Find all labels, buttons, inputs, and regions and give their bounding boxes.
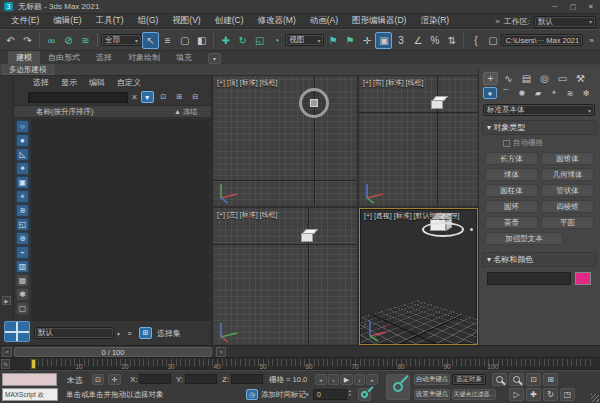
- rectangular-selection-button[interactable]: ▢: [176, 32, 193, 49]
- menu-rendering[interactable]: 渲染(R): [413, 15, 456, 27]
- fov-icon[interactable]: ▷: [509, 388, 524, 401]
- search-input[interactable]: [28, 92, 128, 103]
- mini-curve-editor-button[interactable]: ∿: [1, 359, 10, 369]
- filter-cameras-icon[interactable]: ▣: [16, 176, 29, 189]
- key-mode-toggle-icon[interactable]: [358, 388, 371, 401]
- selected-filter-dropdown[interactable]: 选定对象▾: [452, 374, 486, 385]
- window-resize-grip[interactable]: [591, 394, 599, 402]
- maximize-viewport-icon[interactable]: ◳: [560, 388, 575, 401]
- minimize-button[interactable]: ─: [546, 0, 564, 13]
- filter-all-icon[interactable]: ○: [16, 120, 29, 133]
- track-bar[interactable]: ∿ 102030405060708090100: [0, 357, 600, 370]
- menu-views[interactable]: 视图(V): [165, 15, 207, 27]
- edit-named-sets-button[interactable]: ≡: [123, 327, 136, 339]
- menu-tools[interactable]: 工具(T): [89, 15, 131, 27]
- category-spacewarps[interactable]: ≋: [563, 87, 577, 99]
- named-sets-grid-button[interactable]: ⊞: [139, 327, 152, 339]
- time-slider-handle[interactable]: 0 / 100: [14, 347, 212, 357]
- frozen-column-header[interactable]: ▲ 冻结: [174, 106, 197, 118]
- percent-snap-button[interactable]: %: [426, 32, 443, 49]
- filter-funnel-button[interactable]: ▼: [141, 91, 154, 103]
- tab-hierarchy[interactable]: ▤: [519, 72, 534, 85]
- next-frame-play-button[interactable]: ›: [354, 374, 365, 385]
- object-type-button[interactable]: 圆柱体: [485, 184, 538, 197]
- object-type-button[interactable]: 球体: [485, 168, 538, 181]
- menu-create[interactable]: 创建(C): [208, 15, 251, 27]
- viewport-front[interactable]: [+] [前] [标准] [线框]: [359, 76, 478, 206]
- use-selection-center-button[interactable]: ⚑: [341, 32, 358, 49]
- filter-materials-icon[interactable]: ▦: [16, 274, 29, 287]
- rollout-object-type[interactable]: ▾ 对象类型: [482, 120, 597, 135]
- go-to-end-button[interactable]: »: [366, 374, 378, 385]
- select-and-place-button[interactable]: ◔: [268, 32, 285, 49]
- angle-snap-button[interactable]: ∠: [409, 32, 426, 49]
- tab-modify[interactable]: ∿: [501, 72, 516, 85]
- orbit-icon[interactable]: ↻: [543, 388, 558, 401]
- explorer-menu-display[interactable]: 显示: [56, 77, 82, 88]
- add-time-tag-label[interactable]: 添加时间标记: [261, 390, 306, 400]
- viewport-left-label[interactable]: [+] [左] [标准] [线框]: [217, 210, 277, 220]
- tab-motion[interactable]: ◎: [537, 72, 552, 85]
- category-systems[interactable]: ✻: [579, 87, 593, 99]
- select-and-manipulate-button[interactable]: ✛: [358, 32, 375, 49]
- rollout-name-color[interactable]: ▾ 名称和颜色: [482, 252, 597, 267]
- maxscript-listener-line[interactable]: MAXScript 欢: [2, 388, 58, 401]
- ribbon-tab-freeform[interactable]: 自由形式: [40, 51, 88, 64]
- zoom-extents-all-icon[interactable]: ⊞: [543, 373, 558, 386]
- time-tag-icon[interactable]: ◷: [246, 389, 258, 400]
- category-helpers[interactable]: ⌖: [547, 87, 561, 99]
- maximize-button[interactable]: ▢: [564, 0, 582, 13]
- viewport-front-label[interactable]: [+] [前] [标准] [线框]: [363, 78, 423, 88]
- filter-helpers-icon[interactable]: ⌖: [16, 190, 29, 203]
- zoom-extents-icon[interactable]: ⊡: [526, 373, 541, 386]
- manipulator-handle-dot[interactable]: [470, 228, 473, 231]
- previous-frame-button[interactable]: <: [2, 347, 12, 357]
- object-type-button[interactable]: 加强型文本: [485, 232, 563, 245]
- menu-group[interactable]: 组(G): [131, 15, 166, 27]
- toolbar-overflow-icon[interactable]: »: [583, 32, 600, 49]
- ribbon-tab-modeling[interactable]: 建模: [8, 51, 40, 64]
- sync-selection-button[interactable]: ⊟: [189, 91, 202, 103]
- absolute-offset-toggle-icon[interactable]: ✛: [108, 374, 121, 385]
- tab-display[interactable]: ▭: [555, 72, 570, 85]
- selection-lock-icon[interactable]: ⊡: [92, 374, 104, 385]
- spinner-snap-button[interactable]: ⇅: [443, 32, 460, 49]
- category-geometry[interactable]: ●: [483, 87, 497, 99]
- explorer-menu-customize[interactable]: 自定义: [112, 77, 146, 88]
- explorer-menu-edit[interactable]: 编辑: [84, 77, 110, 88]
- select-by-name-button[interactable]: ≡: [159, 32, 176, 49]
- set-key-button[interactable]: 设置关键点: [414, 389, 450, 400]
- object-type-button[interactable]: 四棱锥: [541, 200, 594, 213]
- filter-xrefs-icon[interactable]: ⊕: [16, 232, 29, 245]
- filter-geometry-icon[interactable]: ●: [16, 134, 29, 147]
- ribbon-tab-selection[interactable]: 选择: [88, 51, 120, 64]
- filter-spacewarps-icon[interactable]: ≋: [16, 204, 29, 217]
- explorer-collapse-icon[interactable]: ▶: [2, 296, 11, 305]
- filter-hidden-icon[interactable]: ▢: [16, 302, 29, 315]
- category-cameras[interactable]: ▰: [531, 87, 545, 99]
- ribbon-tab-object-paint[interactable]: 对象绘制: [120, 51, 168, 64]
- frame-nudge-left-icon[interactable]: ◂: [305, 390, 308, 397]
- ribbon-collapse-icon[interactable]: ▾: [208, 53, 221, 64]
- object-type-button[interactable]: 几何球体: [541, 168, 594, 181]
- select-children-button[interactable]: ⊞: [173, 91, 186, 103]
- reference-coordinate-dropdown[interactable]: 视图▾: [285, 34, 324, 46]
- menu-animation[interactable]: 动画(A): [303, 15, 345, 27]
- category-lights[interactable]: ✺: [515, 87, 529, 99]
- category-shapes[interactable]: ⌒: [499, 87, 513, 99]
- viewport-perspective[interactable]: [+] [透视] [标准] [默认明暗处理] z x: [359, 208, 478, 345]
- filter-frozen-icon[interactable]: ✱: [16, 288, 29, 301]
- menu-file[interactable]: 文件(E): [4, 15, 46, 27]
- filter-groups-icon[interactable]: ◱: [16, 218, 29, 231]
- filter-shapes-icon[interactable]: ◺: [16, 148, 29, 161]
- viewport-top[interactable]: [+] [顶] [标准] [线框]: [213, 76, 357, 206]
- menu-graph-editors[interactable]: 图形编辑器(D): [345, 15, 413, 27]
- keyboard-override-button[interactable]: ▣: [375, 32, 392, 49]
- viewport-top-label[interactable]: [+] [顶] [标准] [线框]: [217, 78, 277, 88]
- project-folder-dropdown[interactable]: C:\Users\··· Max 2021▾: [501, 34, 583, 46]
- zoom-icon[interactable]: [492, 373, 507, 386]
- search-clear-icon[interactable]: ✕: [131, 93, 138, 102]
- chevron-down-icon[interactable]: ▾: [117, 330, 120, 337]
- redo-button[interactable]: ↷: [19, 32, 36, 49]
- named-selection-sets-button[interactable]: {: [467, 32, 484, 49]
